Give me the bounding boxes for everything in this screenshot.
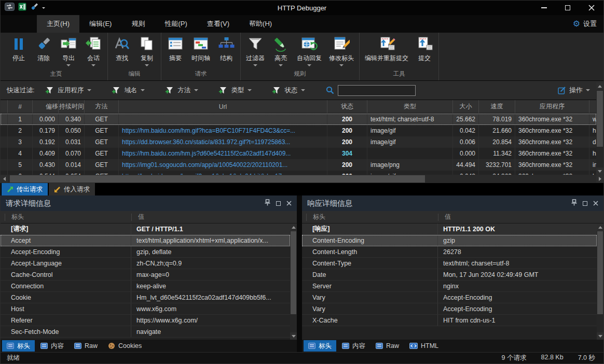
find-button[interactable]: 查找 xyxy=(109,33,134,69)
header-row[interactable]: Content-Length26278 xyxy=(302,246,597,258)
filter-status[interactable]: 状态 xyxy=(272,86,305,95)
edit-resubmit-button[interactable]: 编辑并重新提交 xyxy=(361,33,412,69)
dropdown-icon xyxy=(66,64,71,66)
auto-respond-button[interactable]: 自动回复 xyxy=(293,33,325,69)
menu-rules[interactable]: 规则 xyxy=(121,15,155,33)
tab-html[interactable]: HTML xyxy=(405,340,443,352)
button-label: 编辑并重新提交 xyxy=(365,54,408,63)
tab-cookies[interactable]: Cookies xyxy=(103,340,146,352)
header-row[interactable]: [响应]HTTP/1.1 200 OK xyxy=(302,223,597,235)
col-header-status[interactable]: 状态 xyxy=(327,100,367,113)
highlight-button[interactable]: 高亮 xyxy=(268,33,293,69)
header-row[interactable]: Accept-Languagezh-CN,zh;q=0.9 xyxy=(1,258,290,269)
header-row[interactable]: Hostwww.x6g.com xyxy=(1,303,290,315)
excel-icon[interactable] xyxy=(18,3,26,13)
panel-scrollbar[interactable] xyxy=(597,223,603,340)
brush-qat-icon[interactable] xyxy=(30,3,38,13)
header-row[interactable]: Refererhttps://www.x6g.com/ xyxy=(1,315,290,326)
tab-incoming-requests[interactable]: 传入请求 xyxy=(49,183,95,195)
structure-button[interactable]: 结构 xyxy=(214,33,239,69)
close-panel-icon[interactable] xyxy=(286,199,292,208)
vertical-scrollbar[interactable] xyxy=(596,82,603,175)
menu-edit[interactable]: 编辑(E) xyxy=(79,15,121,33)
tab-outgoing-requests[interactable]: 传出请求 xyxy=(2,183,48,195)
table-row[interactable]: 60.5440.054GEThttps://hm.baidu.com/hm.gi… xyxy=(1,171,596,175)
filter-type[interactable]: 类型 xyxy=(219,86,252,95)
panel-splitter[interactable] xyxy=(297,195,302,352)
col-header-method[interactable]: 方法 xyxy=(85,100,119,113)
col-header-type[interactable]: 类型 xyxy=(367,100,453,113)
table-row[interactable]: 40.4090.070GEThttps://hm.baidu.com/hm.js… xyxy=(1,148,596,159)
tab-headers[interactable]: 标头 xyxy=(304,340,336,352)
col-header-name[interactable]: 标头 xyxy=(306,214,438,221)
export-button[interactable]: 导出 xyxy=(56,33,81,69)
pin-icon[interactable] xyxy=(265,199,270,208)
minimize-button[interactable] xyxy=(532,1,556,15)
menu-performance[interactable]: 性能(P) xyxy=(155,15,197,33)
maximize-panel-icon[interactable] xyxy=(276,199,281,208)
timeline-button[interactable]: 时间轴 xyxy=(188,33,214,69)
header-row[interactable]: Content-Typetext/html; charset=utf-8 xyxy=(302,258,597,269)
table-row[interactable]: 20.1790.050GEThttps://hm.baidu.com/hm.gi… xyxy=(1,125,596,136)
table-row[interactable]: 50.4300.014GEThttps://img01.sogoucdn.com… xyxy=(1,159,596,171)
tab-raw[interactable]: Raw xyxy=(371,340,404,352)
menu-view[interactable]: 查看(V) xyxy=(197,15,239,33)
header-row[interactable]: [请求]GET / HTTP/1.1 xyxy=(1,223,290,235)
header-row[interactable]: Sec-Fetch-Modenavigate xyxy=(1,326,290,338)
col-header-num[interactable]: # xyxy=(8,100,33,113)
col-header-name[interactable]: 标头 xyxy=(5,214,131,221)
action-button[interactable]: 操作 xyxy=(558,86,590,95)
close-panel-icon[interactable] xyxy=(593,199,598,208)
table-row[interactable]: 30.1920.031GEThttps://dd.browser.360.cn/… xyxy=(1,136,596,148)
col-header-duration[interactable]: 持续时间 xyxy=(59,100,85,113)
col-header-size[interactable]: 大小 xyxy=(453,100,479,113)
table-row[interactable]: 10.0000.340GET200text/html; charset=utf-… xyxy=(1,114,596,125)
header-row[interactable]: Connectionkeep-alive xyxy=(1,281,290,292)
filter-method[interactable]: 方法 xyxy=(166,86,198,95)
tab-content[interactable]: 内容 xyxy=(337,340,370,352)
header-row[interactable]: VaryAccept-Encoding xyxy=(302,292,597,303)
clear-button[interactable]: 清除 xyxy=(31,33,56,69)
session-button[interactable]: 会话 xyxy=(81,33,106,69)
menu-home[interactable]: 主页(H) xyxy=(37,15,79,33)
menu-help[interactable]: 帮助(H) xyxy=(239,15,282,33)
col-header-speed[interactable]: 速度 xyxy=(479,100,515,113)
header-row[interactable]: Content-Encodinggzip xyxy=(302,235,597,246)
tab-raw[interactable]: Raw xyxy=(70,340,102,352)
header-row[interactable]: Accepttext/html,application/xhtml+xml,ap… xyxy=(1,235,290,246)
header-row[interactable]: DateMon, 17 Jun 2024 02:49:49 GMT xyxy=(302,269,597,281)
horizontal-scrollbar[interactable] xyxy=(1,175,603,183)
col-header-offset[interactable]: 偏移 xyxy=(33,100,59,113)
pin-icon[interactable] xyxy=(571,199,577,208)
header-row[interactable]: Accept-Encodinggzip, deflate xyxy=(1,246,290,258)
filter-button[interactable]: 过滤器 xyxy=(242,33,268,69)
close-button[interactable] xyxy=(580,1,603,15)
col-header-domain[interactable] xyxy=(589,100,596,113)
header-row[interactable]: X-CacheHIT from cdn-us-1 xyxy=(302,315,597,326)
col-header-value[interactable]: 值 xyxy=(131,214,297,221)
col-header-url[interactable]: Url xyxy=(119,100,327,113)
header-row[interactable]: Cache-Controlmax-age=0 xyxy=(1,269,290,281)
submit-button[interactable]: 提交 xyxy=(412,33,437,69)
copy-button[interactable]: 复制 xyxy=(134,33,159,69)
filter-domain[interactable]: 域名 xyxy=(112,86,145,95)
panel-scrollbar[interactable] xyxy=(290,223,297,340)
window-controls xyxy=(532,1,603,15)
header-row[interactable]: Servernginx xyxy=(302,281,597,292)
header-row[interactable]: VaryAccept-Encoding xyxy=(302,303,597,315)
col-header-app[interactable]: 应用程序 xyxy=(515,100,589,113)
qat-dropdown-icon[interactable] xyxy=(42,7,45,9)
filter-application[interactable]: 应用程序 xyxy=(46,86,91,95)
tab-headers[interactable]: 标头 xyxy=(2,340,35,352)
maximize-panel-icon[interactable] xyxy=(583,199,587,208)
modify-header-button[interactable]: 修改标头 xyxy=(325,33,358,69)
maximize-button[interactable] xyxy=(556,1,580,15)
search-input[interactable] xyxy=(338,85,416,96)
summary-button[interactable]: 摘要 xyxy=(163,33,188,69)
settings-button[interactable]: ⚙ 设置 xyxy=(573,15,603,33)
col-header-value[interactable]: 值 xyxy=(438,214,603,221)
sync-icon[interactable] xyxy=(5,3,15,13)
header-row[interactable]: CookieHm_lvt_d60e542115f2ca02adf147d409b… xyxy=(1,292,290,303)
stop-button[interactable]: 停止 xyxy=(6,33,31,69)
tab-content[interactable]: 内容 xyxy=(36,340,68,352)
